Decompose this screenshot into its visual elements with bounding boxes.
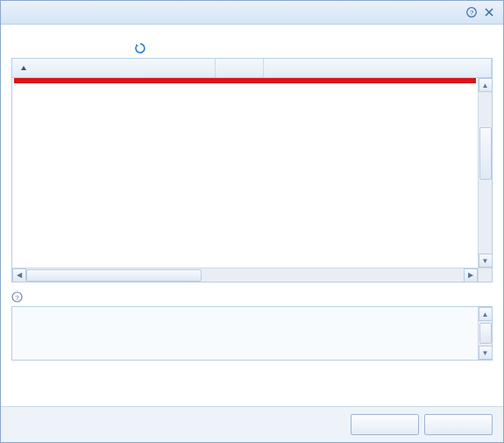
help-small-icon: ? — [11, 291, 23, 303]
help-text-box: ▲ ▼ — [11, 306, 493, 361]
universe-dialog: ? — [0, 0, 504, 443]
svg-text:?: ? — [470, 9, 474, 17]
title-bar: ? — [1, 1, 503, 25]
ok-button[interactable] — [351, 414, 419, 435]
svg-text:?: ? — [15, 294, 19, 302]
horizontal-scrollbar[interactable]: ◀ ▶ — [12, 268, 478, 282]
close-icon[interactable] — [482, 5, 496, 19]
help-text — [12, 307, 492, 316]
column-name[interactable] — [12, 59, 216, 77]
scroll-down-icon[interactable]: ▼ — [479, 254, 493, 268]
scroll-corner — [478, 268, 492, 282]
scroll-thumb[interactable] — [479, 323, 492, 344]
help-icon[interactable]: ? — [465, 5, 479, 19]
scroll-up-icon[interactable]: ▲ — [479, 78, 493, 92]
help-section-label: ? — [11, 291, 493, 303]
universe-table: ▲ ▼ ◀ ▶ — [11, 58, 493, 282]
scroll-thumb-h[interactable] — [26, 269, 202, 282]
help-scrollbar[interactable]: ▲ ▼ — [478, 307, 492, 360]
button-bar — [1, 406, 503, 442]
vertical-scrollbar[interactable]: ▲ ▼ — [478, 78, 492, 268]
cancel-button[interactable] — [424, 414, 493, 435]
refresh-link[interactable] — [134, 42, 150, 54]
table-header — [12, 59, 492, 78]
scroll-left-icon[interactable]: ◀ — [12, 268, 26, 282]
scroll-right-icon[interactable]: ▶ — [464, 268, 478, 282]
column-folder[interactable] — [264, 59, 492, 77]
sort-asc-icon — [20, 65, 27, 72]
scroll-thumb[interactable] — [479, 127, 492, 180]
refresh-icon — [134, 42, 146, 54]
column-revision[interactable] — [216, 59, 264, 77]
scroll-down-icon[interactable]: ▼ — [479, 346, 493, 360]
scroll-up-icon[interactable]: ▲ — [479, 307, 493, 321]
